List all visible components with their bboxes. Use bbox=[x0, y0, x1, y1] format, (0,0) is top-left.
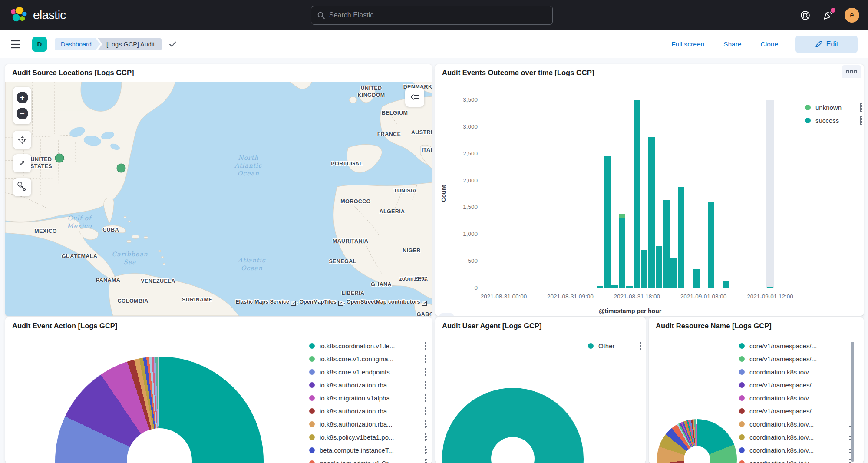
legend-item[interactable]: io.k8s.core.v1.configma... bbox=[309, 352, 427, 365]
avatar[interactable]: e bbox=[845, 8, 859, 23]
menu-icon[interactable] bbox=[10, 40, 21, 49]
map-tools-button[interactable] bbox=[13, 178, 31, 196]
bar-success[interactable] bbox=[619, 218, 625, 288]
event-action-donut[interactable] bbox=[55, 357, 264, 463]
news-icon[interactable] bbox=[822, 10, 833, 21]
legend-item[interactable]: core/v1/namespaces/... bbox=[739, 352, 851, 365]
map-zoom-out-button[interactable]: − bbox=[17, 108, 28, 119]
legend-item[interactable]: io.k8s.coordination.v1.le... bbox=[309, 339, 427, 352]
legend-item-menu-icon[interactable] bbox=[425, 420, 427, 428]
legend-item-menu-icon[interactable] bbox=[425, 355, 427, 363]
legend-color-dot bbox=[309, 382, 315, 388]
legend-item[interactable]: core/v1/namespaces/... bbox=[739, 339, 851, 352]
legend-item[interactable]: io.k8s.policy.v1beta1.po... bbox=[309, 430, 427, 443]
map-data-marker[interactable] bbox=[55, 154, 64, 163]
legend-scrollbar[interactable] bbox=[851, 342, 854, 462]
legend-item[interactable]: io.k8s.authorization.rba... bbox=[309, 417, 427, 430]
resource-name-donut[interactable] bbox=[657, 419, 737, 463]
elastic-logo[interactable]: elastic bbox=[10, 6, 66, 24]
bar-success[interactable] bbox=[670, 258, 677, 288]
map-collapse-layers-button[interactable] bbox=[405, 88, 424, 107]
legend-label: core/v1/namespaces/... bbox=[749, 342, 843, 350]
breadcrumb-dashboard[interactable]: Dashboard bbox=[55, 38, 100, 50]
map-attribution-link[interactable]: OpenStreetMap contributors bbox=[347, 299, 420, 305]
bar-success[interactable] bbox=[663, 200, 670, 288]
legend-item-menu-icon[interactable] bbox=[425, 459, 427, 463]
legend-label: coordination.k8s.io/v... bbox=[749, 368, 843, 376]
legend-item[interactable]: core/v1/namespaces/... bbox=[739, 404, 851, 417]
map-country-label: MEXICO bbox=[34, 228, 57, 235]
panel-title[interactable]: Audit Resource Name [Logs GCP] bbox=[649, 317, 864, 334]
legend-item-menu-icon[interactable] bbox=[425, 381, 427, 389]
bar-success[interactable] bbox=[604, 156, 611, 288]
legend-item[interactable]: coordination.k8s.io/v... bbox=[739, 430, 851, 443]
bar-success[interactable] bbox=[708, 202, 714, 288]
legend-item[interactable]: coordination.k8s.io/v... bbox=[739, 417, 851, 430]
dashboard-grid: Audit Source Locations [Logs GCP] bbox=[0, 58, 868, 463]
share-button[interactable]: Share bbox=[723, 40, 741, 48]
legend-item[interactable]: coordination.k8s.io/v... bbox=[739, 456, 851, 463]
outcome-chart[interactable]: Count @timestamp per hour 05001,0001,500… bbox=[435, 82, 864, 316]
legend-label: coordination.k8s.io/v... bbox=[749, 420, 843, 428]
bar-success[interactable] bbox=[634, 100, 640, 288]
legend-item-menu-icon[interactable] bbox=[425, 368, 427, 376]
panel-options-icon[interactable] bbox=[842, 65, 861, 78]
legend-label: core/v1/namespaces/... bbox=[749, 381, 843, 389]
legend-item[interactable]: Other bbox=[588, 339, 641, 352]
breadcrumb-current-dashboard[interactable]: [Logs GCP] Audit bbox=[98, 38, 162, 50]
bar-unknown[interactable] bbox=[619, 214, 625, 218]
panel-title[interactable]: Audit Events Outcome over time [Logs GCP… bbox=[435, 64, 864, 80]
legend-item[interactable]: coordination.k8s.io/v... bbox=[739, 391, 851, 404]
map-country-label: MAURITANIA bbox=[333, 238, 368, 245]
x-tick-label: 2021-08-31 00:00 bbox=[471, 293, 536, 300]
legend-item[interactable]: google.iam.admin.v1.Cr... bbox=[309, 456, 427, 463]
bar-success[interactable] bbox=[693, 269, 700, 288]
full-screen-button[interactable]: Full screen bbox=[671, 40, 704, 48]
map-fit-to-data-button[interactable] bbox=[13, 154, 31, 172]
bar-success[interactable] bbox=[641, 250, 647, 288]
panel-title[interactable]: Audit User Agent [Logs GCP] bbox=[435, 317, 646, 334]
map-attribution-link[interactable]: OpenMapTiles bbox=[299, 299, 336, 305]
brand-name: elastic bbox=[33, 8, 66, 22]
legend-item[interactable]: io.k8s.authorization.rba... bbox=[309, 378, 427, 391]
legend-item-menu-icon[interactable] bbox=[425, 407, 427, 415]
legend-item[interactable]: beta.compute.instanceT... bbox=[309, 443, 427, 456]
bar-success[interactable] bbox=[723, 281, 729, 288]
user-agent-donut[interactable] bbox=[442, 388, 584, 463]
bar-success[interactable] bbox=[611, 285, 618, 288]
map-attribution-link[interactable]: Elastic Maps Service bbox=[235, 299, 289, 305]
legend-item-menu-icon[interactable] bbox=[425, 433, 427, 441]
bar-success[interactable] bbox=[678, 187, 684, 288]
legend-color-dot bbox=[805, 118, 811, 123]
legend-item-menu-icon[interactable] bbox=[425, 394, 427, 402]
panel-title[interactable]: Audit Event Action [Logs GCP] bbox=[5, 317, 432, 334]
legend-color-dot bbox=[739, 460, 745, 463]
edit-button[interactable]: Edit bbox=[795, 36, 858, 53]
legend-item[interactable]: io.k8s.core.v1.endpoints... bbox=[309, 365, 427, 378]
legend-item-menu-icon[interactable] bbox=[425, 342, 427, 350]
map-attribution[interactable]: Elastic Maps Service ↗, OpenMapTiles ↗, … bbox=[235, 299, 427, 306]
bar-success[interactable] bbox=[656, 246, 662, 288]
legend-item[interactable]: io.k8s.authorization.rba... bbox=[309, 404, 427, 417]
legend-item[interactable]: coordination.k8s.io/v... bbox=[739, 443, 851, 456]
legend-item-menu-icon[interactable] bbox=[639, 342, 641, 350]
legend-item-menu-icon[interactable] bbox=[860, 103, 862, 112]
legend-item[interactable]: success bbox=[805, 114, 862, 127]
bar-success[interactable] bbox=[648, 137, 655, 288]
help-icon[interactable] bbox=[799, 10, 811, 21]
clone-button[interactable]: Clone bbox=[761, 40, 779, 48]
legend-toggle-button[interactable] bbox=[439, 313, 454, 316]
legend-item[interactable]: unknown bbox=[805, 101, 862, 114]
map-data-marker[interactable] bbox=[117, 164, 126, 173]
legend-item-menu-icon[interactable] bbox=[425, 446, 427, 454]
legend-item[interactable]: coordination.k8s.io/v... bbox=[739, 365, 851, 378]
panel-title[interactable]: Audit Source Locations [Logs GCP] bbox=[5, 64, 432, 80]
legend-item[interactable]: io.k8s.migration.v1alpha... bbox=[309, 391, 427, 404]
legend-item[interactable]: core/v1/namespaces/... bbox=[739, 378, 851, 391]
map-zoom-in-button[interactable]: + bbox=[17, 92, 28, 103]
map-canvas[interactable]: UNITED KINGDOMDENMARKBELGIUMFRANCEAUSTRI… bbox=[5, 82, 432, 316]
space-badge[interactable]: D bbox=[32, 37, 47, 52]
map-locate-button[interactable] bbox=[13, 131, 31, 149]
search-input[interactable]: Search Elastic bbox=[311, 6, 553, 25]
legend-item-menu-icon[interactable] bbox=[860, 116, 862, 125]
